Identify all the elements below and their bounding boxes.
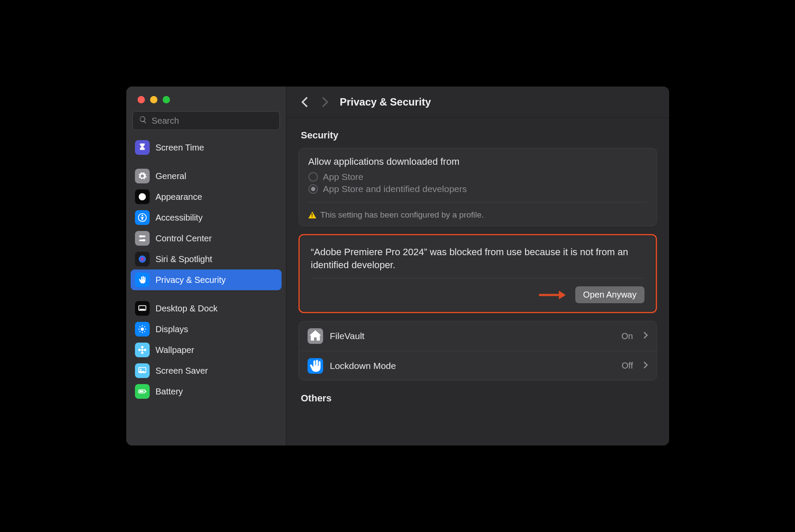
open-anyway-button[interactable]: Open Anyway <box>575 286 644 303</box>
svg-point-5 <box>139 235 142 238</box>
sidebar-item-label: Appearance <box>156 192 202 202</box>
svg-point-23 <box>144 349 146 351</box>
svg-point-22 <box>138 349 141 351</box>
sidebar-item-wallpaper[interactable]: Wallpaper <box>131 340 282 360</box>
radio-icon <box>308 172 318 182</box>
sidebar-item-screen-saver[interactable]: Screen Saver <box>131 360 282 381</box>
sidebar-item-appearance[interactable]: Appearance <box>131 186 282 207</box>
row-label: Lockdown Mode <box>330 361 615 371</box>
minimize-window-button[interactable] <box>150 96 157 103</box>
appearance-icon <box>135 189 150 204</box>
sidebar-item-control-center[interactable]: Control Center <box>131 228 282 249</box>
search-icon <box>139 115 147 126</box>
svg-point-20 <box>141 346 144 349</box>
close-window-button[interactable] <box>138 96 145 103</box>
sidebar-item-label: Privacy & Security <box>156 275 226 285</box>
accessibility-icon <box>135 210 150 225</box>
dock-icon <box>135 301 150 316</box>
flower-icon <box>135 343 150 357</box>
sidebar-item-label: Siri & Spotlight <box>156 254 212 264</box>
gear-icon <box>135 169 150 183</box>
zoom-window-button[interactable] <box>163 96 170 103</box>
svg-point-25 <box>140 369 141 370</box>
svg-line-15 <box>139 327 140 327</box>
warning-icon <box>308 212 316 218</box>
svg-point-10 <box>141 327 144 330</box>
header: Privacy & Security <box>286 87 669 118</box>
hourglass-icon <box>135 140 150 155</box>
switches-icon <box>135 231 150 246</box>
sidebar-item-privacy-security[interactable]: Privacy & Security <box>131 269 282 290</box>
row-value: Off <box>622 361 633 371</box>
security-rows: FileVaultOnLockdown ModeOff <box>298 321 657 381</box>
siri-icon <box>135 252 150 266</box>
main-pane: Privacy & Security Security Allow applic… <box>286 87 669 445</box>
svg-point-7 <box>138 256 146 263</box>
sidebar-item-label: Accessibility <box>156 213 203 223</box>
profile-note: This setting has been configured by a pr… <box>308 202 647 220</box>
sidebar-item-label: Control Center <box>156 234 212 244</box>
svg-line-18 <box>139 331 140 332</box>
blocked-app-message: “Adobe Premiere Pro 2024” was blocked fr… <box>311 246 644 271</box>
content: Security Allow applications downloaded f… <box>286 118 669 445</box>
svg-rect-27 <box>145 391 146 392</box>
svg-line-17 <box>144 327 145 327</box>
sidebar-item-label: Screen Saver <box>156 366 208 376</box>
sidebar-item-label: Wallpaper <box>156 345 194 355</box>
sidebar-item-desktop-dock[interactable]: Desktop & Dock <box>131 298 282 319</box>
battery-icon <box>135 384 150 399</box>
sidebar-item-battery[interactable]: Battery <box>131 381 282 402</box>
sidebar-item-label: Screen Time <box>156 143 204 153</box>
svg-marker-30 <box>559 291 566 299</box>
row-lockdown-mode[interactable]: Lockdown ModeOff <box>299 351 657 380</box>
radio-app-store-and-identified[interactable]: App Store and identified developers <box>308 184 647 194</box>
radio-icon <box>308 184 318 194</box>
annotation-arrow-icon <box>539 290 566 300</box>
sidebar-item-label: Battery <box>156 387 183 397</box>
chevron-right-icon <box>644 362 648 370</box>
sidebar-item-siri-spotlight[interactable]: Siri & Spotlight <box>131 249 282 269</box>
sidebar: Screen TimeGeneralAppearanceAccessibilit… <box>126 87 286 445</box>
row-filevault[interactable]: FileVaultOn <box>299 321 657 351</box>
svg-line-16 <box>144 331 145 332</box>
sidebar-item-label: Desktop & Dock <box>156 304 218 314</box>
section-title-others: Others <box>301 393 657 404</box>
radio-label: App Store <box>323 172 363 182</box>
radio-label: App Store and identified developers <box>323 184 467 194</box>
row-value: On <box>622 331 633 341</box>
sidebar-item-label: General <box>156 171 186 181</box>
hand-icon <box>308 358 323 374</box>
chevron-right-icon <box>644 332 648 340</box>
svg-point-21 <box>141 352 144 354</box>
search-field[interactable] <box>132 111 280 130</box>
sidebar-item-label: Displays <box>156 324 189 334</box>
svg-point-2 <box>141 215 143 217</box>
settings-window: Screen TimeGeneralAppearanceAccessibilit… <box>126 87 669 445</box>
section-title-security: Security <box>301 130 657 141</box>
screensaver-icon <box>135 363 150 378</box>
sidebar-item-accessibility[interactable]: Accessibility <box>131 207 282 228</box>
svg-point-6 <box>142 239 145 242</box>
hand-icon <box>135 272 150 287</box>
svg-rect-28 <box>139 391 143 392</box>
radio-app-store[interactable]: App Store <box>308 172 647 182</box>
sidebar-item-general[interactable]: General <box>131 166 282 186</box>
blocked-app-callout: “Adobe Premiere Pro 2024” was blocked fr… <box>298 234 657 313</box>
row-label: FileVault <box>330 331 615 341</box>
profile-note-text: This setting has been configured by a pr… <box>321 210 484 220</box>
house-icon <box>308 328 323 344</box>
sidebar-item-screen-time[interactable]: Screen Time <box>131 137 282 158</box>
sun-icon <box>135 322 150 337</box>
sidebar-item-displays[interactable]: Displays <box>131 319 282 340</box>
window-controls <box>126 87 286 111</box>
svg-point-19 <box>141 349 144 351</box>
svg-rect-9 <box>139 309 145 310</box>
back-button[interactable] <box>298 96 311 108</box>
allow-apps-panel: Allow applications downloaded from App S… <box>298 148 657 226</box>
page-title: Privacy & Security <box>340 96 431 108</box>
allow-apps-label: Allow applications downloaded from <box>308 156 647 167</box>
search-input[interactable] <box>152 116 273 126</box>
forward-button[interactable] <box>319 96 331 108</box>
